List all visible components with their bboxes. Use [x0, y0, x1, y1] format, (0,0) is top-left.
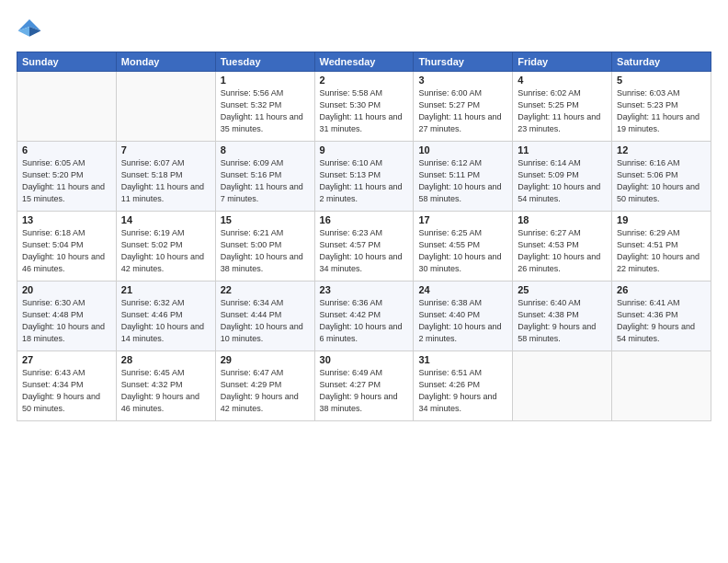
day-info: Sunrise: 6:43 AM Sunset: 4:34 PM Dayligh… — [22, 367, 111, 415]
calendar-cell: 3Sunrise: 6:00 AM Sunset: 5:27 PM Daylig… — [414, 72, 513, 142]
day-info: Sunrise: 6:25 AM Sunset: 4:55 PM Dayligh… — [418, 227, 507, 275]
day-info: Sunrise: 6:10 AM Sunset: 5:13 PM Dayligh… — [320, 157, 409, 205]
day-info: Sunrise: 6:03 AM Sunset: 5:23 PM Dayligh… — [617, 87, 706, 135]
calendar-cell: 27Sunrise: 6:43 AM Sunset: 4:34 PM Dayli… — [17, 351, 117, 421]
day-number: 9 — [320, 144, 409, 155]
calendar-week-row: 13Sunrise: 6:18 AM Sunset: 5:04 PM Dayli… — [17, 212, 711, 282]
day-number: 29 — [221, 354, 310, 365]
day-info: Sunrise: 6:36 AM Sunset: 4:42 PM Dayligh… — [320, 297, 409, 345]
day-number: 2 — [320, 75, 409, 86]
calendar-cell — [116, 72, 215, 142]
day-number: 3 — [418, 75, 507, 86]
calendar-cell: 6Sunrise: 6:05 AM Sunset: 5:20 PM Daylig… — [17, 142, 117, 212]
day-number: 10 — [418, 144, 507, 155]
calendar-cell: 1Sunrise: 5:56 AM Sunset: 5:32 PM Daylig… — [215, 72, 314, 142]
day-info: Sunrise: 6:23 AM Sunset: 4:57 PM Dayligh… — [320, 227, 409, 275]
day-info: Sunrise: 6:19 AM Sunset: 5:02 PM Dayligh… — [121, 227, 210, 275]
day-number: 4 — [518, 75, 607, 86]
day-number: 16 — [320, 214, 409, 225]
logo-icon — [17, 17, 42, 42]
calendar-cell: 5Sunrise: 6:03 AM Sunset: 5:23 PM Daylig… — [612, 72, 711, 142]
day-number: 17 — [418, 214, 507, 225]
day-info: Sunrise: 6:30 AM Sunset: 4:48 PM Dayligh… — [22, 297, 111, 345]
calendar-cell: 7Sunrise: 6:07 AM Sunset: 5:18 PM Daylig… — [116, 142, 215, 212]
calendar-cell: 12Sunrise: 6:16 AM Sunset: 5:06 PM Dayli… — [612, 142, 711, 212]
day-info: Sunrise: 6:02 AM Sunset: 5:25 PM Dayligh… — [518, 87, 607, 135]
day-number: 28 — [121, 354, 210, 365]
day-number: 25 — [518, 284, 607, 295]
day-number: 27 — [22, 354, 111, 365]
calendar-header-wednesday: Wednesday — [314, 52, 414, 72]
day-number: 21 — [121, 284, 210, 295]
calendar-header-thursday: Thursday — [414, 52, 513, 72]
day-number: 15 — [221, 214, 310, 225]
calendar-cell: 22Sunrise: 6:34 AM Sunset: 4:44 PM Dayli… — [215, 282, 314, 351]
page-header — [17, 17, 711, 42]
calendar-cell: 26Sunrise: 6:41 AM Sunset: 4:36 PM Dayli… — [612, 282, 711, 351]
day-info: Sunrise: 6:14 AM Sunset: 5:09 PM Dayligh… — [518, 157, 607, 205]
day-number: 5 — [617, 75, 706, 86]
calendar-cell: 14Sunrise: 6:19 AM Sunset: 5:02 PM Dayli… — [116, 212, 215, 282]
day-info: Sunrise: 6:51 AM Sunset: 4:26 PM Dayligh… — [418, 367, 507, 415]
day-info: Sunrise: 6:49 AM Sunset: 4:27 PM Dayligh… — [320, 367, 409, 415]
day-number: 22 — [221, 284, 310, 295]
day-number: 6 — [22, 144, 111, 155]
day-info: Sunrise: 6:38 AM Sunset: 4:40 PM Dayligh… — [418, 297, 507, 345]
logo — [17, 17, 46, 42]
calendar-table: SundayMondayTuesdayWednesdayThursdayFrid… — [17, 52, 711, 421]
calendar-cell: 19Sunrise: 6:29 AM Sunset: 4:51 PM Dayli… — [612, 212, 711, 282]
calendar-week-row: 6Sunrise: 6:05 AM Sunset: 5:20 PM Daylig… — [17, 142, 711, 212]
day-number: 23 — [320, 284, 409, 295]
day-number: 31 — [418, 354, 507, 365]
day-info: Sunrise: 6:40 AM Sunset: 4:38 PM Dayligh… — [518, 297, 607, 345]
calendar-week-row: 1Sunrise: 5:56 AM Sunset: 5:32 PM Daylig… — [17, 72, 711, 142]
calendar-cell: 2Sunrise: 5:58 AM Sunset: 5:30 PM Daylig… — [314, 72, 414, 142]
day-info: Sunrise: 6:05 AM Sunset: 5:20 PM Dayligh… — [22, 157, 111, 205]
day-info: Sunrise: 6:18 AM Sunset: 5:04 PM Dayligh… — [22, 227, 111, 275]
day-number: 19 — [617, 214, 706, 225]
day-info: Sunrise: 6:32 AM Sunset: 4:46 PM Dayligh… — [121, 297, 210, 345]
day-info: Sunrise: 5:58 AM Sunset: 5:30 PM Dayligh… — [320, 87, 409, 135]
calendar-cell: 25Sunrise: 6:40 AM Sunset: 4:38 PM Dayli… — [513, 282, 612, 351]
day-number: 13 — [22, 214, 111, 225]
calendar-cell: 8Sunrise: 6:09 AM Sunset: 5:16 PM Daylig… — [215, 142, 314, 212]
calendar-cell — [17, 72, 117, 142]
calendar-header-sunday: Sunday — [17, 52, 117, 72]
calendar-header-saturday: Saturday — [612, 52, 711, 72]
calendar-header-tuesday: Tuesday — [215, 52, 314, 72]
day-info: Sunrise: 6:29 AM Sunset: 4:51 PM Dayligh… — [617, 227, 706, 275]
day-number: 8 — [221, 144, 310, 155]
day-info: Sunrise: 6:00 AM Sunset: 5:27 PM Dayligh… — [418, 87, 507, 135]
day-number: 12 — [617, 144, 706, 155]
day-number: 11 — [518, 144, 607, 155]
day-number: 26 — [617, 284, 706, 295]
day-number: 30 — [320, 354, 409, 365]
day-info: Sunrise: 6:12 AM Sunset: 5:11 PM Dayligh… — [418, 157, 507, 205]
day-number: 24 — [418, 284, 507, 295]
day-info: Sunrise: 6:21 AM Sunset: 5:00 PM Dayligh… — [221, 227, 310, 275]
calendar-cell: 4Sunrise: 6:02 AM Sunset: 5:25 PM Daylig… — [513, 72, 612, 142]
calendar-week-row: 27Sunrise: 6:43 AM Sunset: 4:34 PM Dayli… — [17, 351, 711, 421]
calendar-cell — [513, 351, 612, 421]
day-info: Sunrise: 6:41 AM Sunset: 4:36 PM Dayligh… — [617, 297, 706, 345]
calendar-cell: 29Sunrise: 6:47 AM Sunset: 4:29 PM Dayli… — [215, 351, 314, 421]
calendar-cell: 9Sunrise: 6:10 AM Sunset: 5:13 PM Daylig… — [314, 142, 414, 212]
calendar-week-row: 20Sunrise: 6:30 AM Sunset: 4:48 PM Dayli… — [17, 282, 711, 351]
calendar-cell: 31Sunrise: 6:51 AM Sunset: 4:26 PM Dayli… — [414, 351, 513, 421]
day-number: 1 — [221, 75, 310, 86]
calendar-cell: 13Sunrise: 6:18 AM Sunset: 5:04 PM Dayli… — [17, 212, 117, 282]
day-info: Sunrise: 6:47 AM Sunset: 4:29 PM Dayligh… — [221, 367, 310, 415]
day-info: Sunrise: 5:56 AM Sunset: 5:32 PM Dayligh… — [221, 87, 310, 135]
day-info: Sunrise: 6:34 AM Sunset: 4:44 PM Dayligh… — [221, 297, 310, 345]
calendar-cell: 28Sunrise: 6:45 AM Sunset: 4:32 PM Dayli… — [116, 351, 215, 421]
day-number: 20 — [22, 284, 111, 295]
day-number: 7 — [121, 144, 210, 155]
calendar-header-friday: Friday — [513, 52, 612, 72]
day-info: Sunrise: 6:27 AM Sunset: 4:53 PM Dayligh… — [518, 227, 607, 275]
calendar-cell: 30Sunrise: 6:49 AM Sunset: 4:27 PM Dayli… — [314, 351, 414, 421]
calendar-cell: 16Sunrise: 6:23 AM Sunset: 4:57 PM Dayli… — [314, 212, 414, 282]
calendar-cell: 18Sunrise: 6:27 AM Sunset: 4:53 PM Dayli… — [513, 212, 612, 282]
calendar-cell: 11Sunrise: 6:14 AM Sunset: 5:09 PM Dayli… — [513, 142, 612, 212]
calendar-header-row: SundayMondayTuesdayWednesdayThursdayFrid… — [17, 52, 711, 72]
calendar-header-monday: Monday — [116, 52, 215, 72]
